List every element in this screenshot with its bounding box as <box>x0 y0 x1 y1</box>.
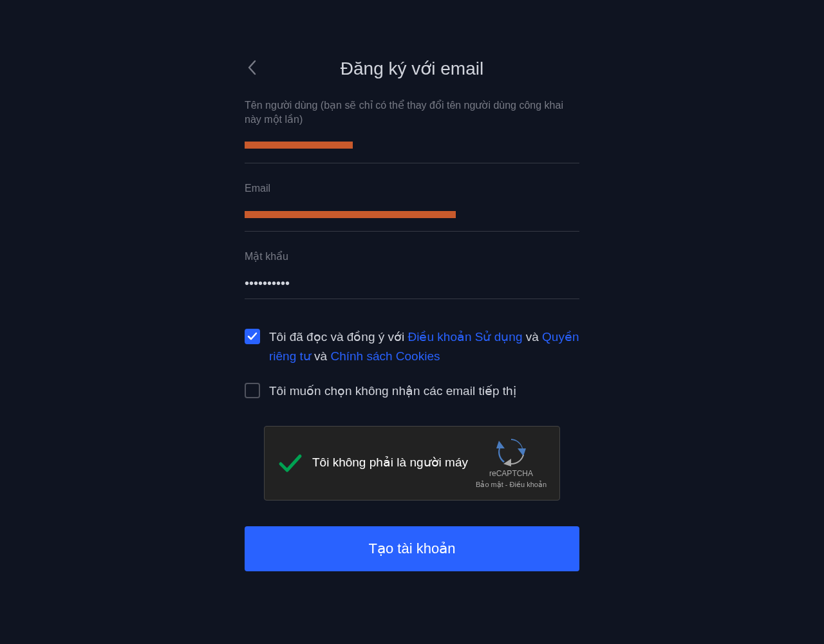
recaptcha-logo-icon <box>496 437 526 466</box>
check-icon <box>278 451 303 475</box>
username-field-group: Tên người dùng (bạn sẽ chỉ có thể thay đ… <box>245 98 579 163</box>
create-account-button[interactable]: Tạo tài khoản <box>245 526 579 571</box>
recaptcha-checkmark <box>277 450 303 476</box>
email-input[interactable] <box>245 203 579 232</box>
username-input[interactable] <box>245 135 579 163</box>
recaptcha-text: Tôi không phải là người máy <box>312 454 476 472</box>
chevron-left-icon <box>247 60 256 75</box>
recaptcha-brand: reCAPTCHA <box>489 469 533 478</box>
terms-checkbox[interactable] <box>245 329 260 344</box>
email-field-group: Email <box>245 181 579 232</box>
redaction-mark <box>245 142 353 149</box>
terms-of-use-link[interactable]: Điều khoản Sử dụng <box>408 330 523 344</box>
recaptcha-legal-links[interactable]: Bảo mật - Điều khoản <box>476 481 547 489</box>
recaptcha-container: Tôi không phải là người máy reCAPTCHA Bả… <box>245 426 579 501</box>
form-header: Đăng ký với email <box>245 58 579 79</box>
page-title: Đăng ký với email <box>245 58 579 79</box>
terms-text-prefix: Tôi đã đọc và đồng ý với <box>269 330 408 344</box>
password-input[interactable] <box>245 272 579 299</box>
recaptcha-widget[interactable]: Tôi không phải là người máy reCAPTCHA Bả… <box>264 426 560 501</box>
cookies-link[interactable]: Chính sách Cookies <box>330 349 440 363</box>
check-icon <box>247 331 258 342</box>
terms-checkbox-row: Tôi đã đọc và đồng ý với Điều khoản Sử d… <box>245 327 579 367</box>
terms-text-and1: và <box>522 330 542 344</box>
password-field-group: Mật khẩu <box>245 250 579 299</box>
marketing-label: Tôi muốn chọn không nhận các email tiếp … <box>269 382 516 401</box>
marketing-checkbox[interactable] <box>245 383 260 398</box>
signup-form-container: Đăng ký với email Tên người dùng (bạn sẽ… <box>245 58 579 644</box>
password-label: Mật khẩu <box>245 250 579 264</box>
checkbox-section: Tôi đã đọc và đồng ý với Điều khoản Sử d… <box>245 327 579 401</box>
email-label: Email <box>245 181 579 196</box>
username-label: Tên người dùng (bạn sẽ chỉ có thể thay đ… <box>245 98 579 127</box>
terms-text-and2: và <box>311 349 331 363</box>
redaction-mark <box>245 211 456 218</box>
marketing-checkbox-row: Tôi muốn chọn không nhận các email tiếp … <box>245 382 579 401</box>
back-button[interactable] <box>245 57 259 80</box>
terms-label: Tôi đã đọc và đồng ý với Điều khoản Sử d… <box>269 327 579 367</box>
recaptcha-badge: reCAPTCHA Bảo mật - Điều khoản <box>476 437 547 489</box>
